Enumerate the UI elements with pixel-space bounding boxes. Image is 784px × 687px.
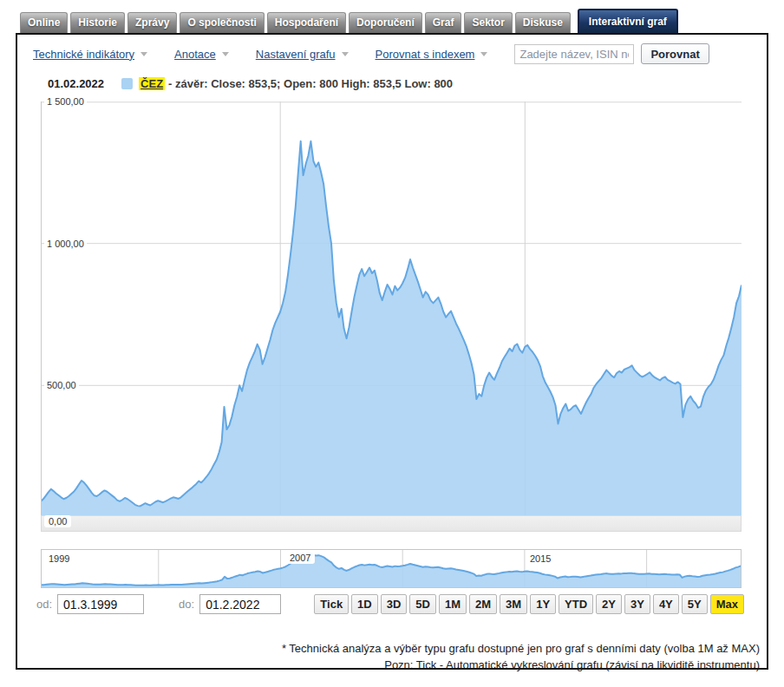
chart-navigator: 1999 2007 2015	[41, 549, 742, 588]
menu-label: Porovnat s indexem	[376, 48, 475, 61]
chart-date: 01.02.2022	[48, 77, 104, 90]
range-button-1d[interactable]: 1D	[351, 594, 378, 614]
range-button-3m[interactable]: 3M	[500, 594, 527, 614]
navigator-year-label: 1999	[49, 553, 69, 564]
tab-zpravy[interactable]: Zprávy	[127, 12, 177, 33]
footnote-line: Pozn: Tick - Automatické vykreslování gr…	[282, 657, 760, 673]
menu-anotace[interactable]: Anotace	[174, 48, 229, 61]
range-button-4y[interactable]: 4Y	[653, 594, 679, 614]
navigator-year-label: 2007	[285, 552, 315, 564]
y-axis-label: 0,00	[44, 515, 71, 527]
series-color-swatch	[121, 78, 133, 89]
tab-historie[interactable]: Historie	[70, 12, 125, 33]
compare-button[interactable]: Porovnat	[641, 43, 709, 64]
range-button-tick[interactable]: Tick	[314, 594, 349, 614]
chart-toolbar: Technické indikátory Anotace Nastavení g…	[33, 43, 709, 64]
range-button-3d[interactable]: 3D	[381, 594, 408, 614]
range-button-2y[interactable]: 2Y	[596, 594, 622, 614]
range-button-5d[interactable]: 5D	[409, 594, 436, 614]
range-button-5y[interactable]: 5Y	[682, 594, 708, 614]
tab-diskuse[interactable]: Diskuse	[515, 12, 571, 33]
main-chart-svg[interactable]	[41, 101, 742, 527]
y-axis-label: 1 000,00	[44, 238, 87, 250]
range-button-1y[interactable]: 1Y	[530, 594, 556, 614]
tab-o-spolecnosti[interactable]: O společnosti	[180, 12, 264, 33]
chevron-down-icon	[222, 52, 229, 56]
menu-technicke-indikatory[interactable]: Technické indikátory	[33, 48, 147, 61]
series-summary: - závěr: Close: 853,5; Open: 800 High: 8…	[168, 77, 453, 90]
range-button-max[interactable]: Max	[710, 594, 744, 614]
menu-nastaveni-grafu[interactable]: Nastavení grafu	[256, 48, 349, 61]
range-button-1m[interactable]: 1M	[439, 594, 467, 614]
chart-footnotes: * Technická analýza a výběr typu grafu d…	[282, 640, 760, 673]
range-controls: od: do: Tick 1D 3D 5D 1M 2M 3M 1Y YTD 2Y…	[35, 594, 744, 614]
tab-doporuceni[interactable]: Doporučení	[349, 12, 422, 33]
range-button-3y[interactable]: 3Y	[624, 594, 650, 614]
chevron-down-icon	[480, 52, 487, 56]
tab-bar: Online Historie Zprávy O společnosti Hos…	[20, 7, 784, 33]
menu-label: Nastavení grafu	[256, 48, 336, 61]
chevron-down-icon	[140, 52, 147, 56]
to-date-input[interactable]	[199, 594, 281, 614]
main-chart-area: 1 500,00 1 000,00 500,00 0,00	[41, 101, 742, 527]
tab-online[interactable]: Online	[20, 12, 68, 33]
menu-porovnat-s-indexem[interactable]: Porovnat s indexem	[376, 48, 488, 61]
y-axis-label: 500,00	[44, 379, 79, 391]
series-symbol: ČEZ	[139, 77, 165, 90]
chart-header: 01.02.2022 ČEZ - závěr: Close: 853,5; Op…	[48, 77, 453, 90]
footnote-line: * Technická analýza a výběr typu grafu d…	[282, 640, 760, 657]
tab-hospodareni[interactable]: Hospodaření	[267, 12, 346, 33]
tab-sektor[interactable]: Sektor	[464, 12, 512, 33]
from-date-input[interactable]	[57, 594, 144, 614]
navigator-svg[interactable]	[42, 550, 741, 587]
interactive-chart-panel: Technické indikátory Anotace Nastavení g…	[16, 33, 768, 670]
range-button-ytd[interactable]: YTD	[559, 594, 593, 614]
tab-interaktivni-graf[interactable]: Interaktivní graf	[578, 9, 678, 33]
navigator-year-label: 2015	[530, 553, 551, 564]
chevron-down-icon	[342, 52, 349, 56]
range-button-group: Tick 1D 3D 5D 1M 2M 3M 1Y YTD 2Y 3Y 4Y 5…	[314, 594, 744, 614]
chart-scrollbar[interactable]	[41, 515, 742, 532]
range-button-2m[interactable]: 2M	[469, 594, 497, 614]
menu-label: Anotace	[174, 48, 216, 61]
search-input[interactable]	[514, 44, 634, 64]
to-label: do:	[179, 598, 194, 611]
from-label: od:	[36, 598, 52, 611]
tab-graf[interactable]: Graf	[425, 12, 462, 33]
menu-label: Technické indikátory	[33, 48, 134, 61]
y-axis-label: 1 500,00	[44, 95, 87, 108]
chart-legend: ČEZ - závěr: Close: 853,5; Open: 800 Hig…	[121, 77, 453, 90]
